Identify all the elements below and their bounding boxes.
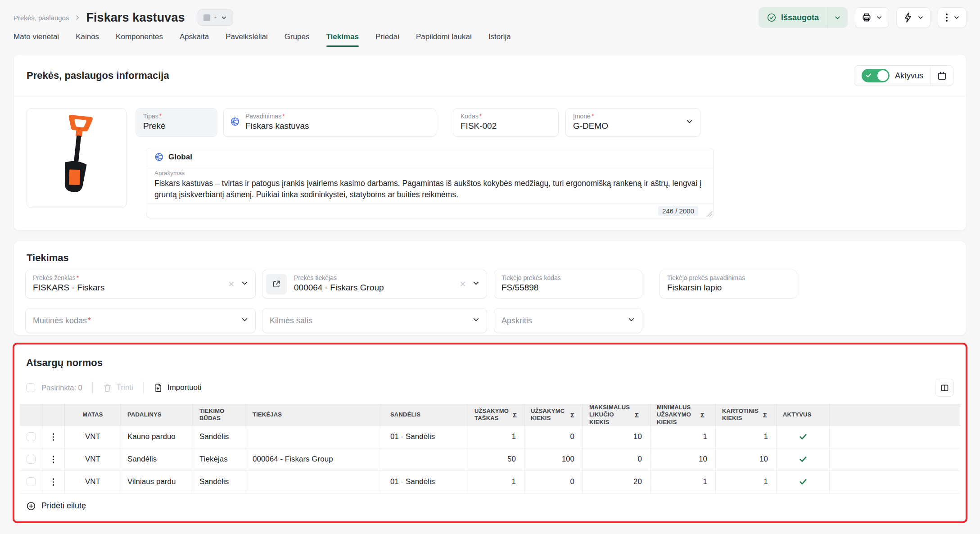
add-row-button[interactable]: Pridėti eilutę [26, 501, 966, 511]
origin-country-select[interactable]: Kilmės šalis [262, 308, 487, 333]
import-button[interactable]: Importuoti [154, 383, 202, 393]
table-row[interactable]: VNT Sandėlis Tiekėjas 000064 - Fiskars G… [20, 448, 960, 471]
supplier-name-field[interactable]: Tiekėjo prekės pavadinimas Fiskarsin lap… [659, 270, 797, 299]
col-kartotinis[interactable]: KARTOTINIS KIEKIS [722, 407, 759, 422]
col-tiekejas[interactable]: TIEKĖJAS [253, 411, 282, 418]
type-field[interactable]: Tipas* Prekė [135, 108, 217, 137]
supplier-field[interactable]: Prekės tiekėjas 000064 - Fiskars Group ✕ [262, 270, 487, 299]
code-field[interactable]: Kodas* FISK-002 [453, 108, 559, 137]
stock-norms-title: Atsargų normos [14, 344, 966, 369]
resize-grip-icon[interactable] [707, 211, 712, 217]
delete-button[interactable]: Trinti [103, 383, 133, 393]
select-all-checkbox[interactable] [26, 383, 35, 392]
cell-uzsakymo-taskas: 1 [512, 432, 516, 441]
table-row[interactable]: VNT Vilniaus pardu Sandėlis 01 - Sandėli… [20, 471, 960, 493]
tab-grupes[interactable]: Grupės [285, 32, 310, 47]
cell-maksimalus: 10 [633, 432, 642, 441]
sum-icon[interactable]: Σ [635, 411, 639, 419]
schedule-button[interactable] [930, 66, 953, 86]
supplier-code-field[interactable]: Tiekėjo prekės kodas FS/55898 [494, 270, 642, 299]
tab-tiekimas[interactable]: Tiekimas [326, 32, 359, 47]
cell-budas: Tiekėjas [199, 455, 228, 464]
more-actions-button[interactable] [938, 7, 966, 28]
product-image[interactable] [27, 108, 126, 208]
row-filler-cell [830, 448, 960, 471]
lightning-icon [903, 12, 913, 23]
cell-uzsakymo-kiekis: 0 [570, 477, 574, 486]
table-row[interactable]: VNT Kauno parduo Sandėlis 01 - Sandėlis … [20, 426, 960, 448]
col-minimalus-uzsakymo[interactable]: MINIMALUS UŽSAKYMO KIEKIS [657, 404, 696, 426]
row-checkbox[interactable] [27, 432, 36, 441]
col-uzsakymo-kiekis[interactable]: UŽSAKYMC KIEKIS [531, 407, 566, 422]
clear-icon[interactable]: ✕ [460, 280, 466, 289]
save-status-button[interactable]: Išsaugota [759, 7, 848, 28]
description-footer: 246 / 2000 [146, 203, 714, 218]
col-tiekimo-budas[interactable]: TIEKIMO BŪDAS [199, 407, 232, 422]
tab-priedai[interactable]: Priedai [375, 32, 399, 47]
tab-paveiksleliai[interactable]: Paveikslėliai [226, 32, 268, 47]
tab-apskaita[interactable]: Apskaita [180, 32, 209, 47]
row-menu-icon[interactable] [53, 433, 54, 441]
cell-budas: Sandėlis [199, 432, 229, 441]
header-actions: Išsaugota [759, 7, 966, 28]
translation-scope-row[interactable]: Global [146, 148, 714, 166]
tab-papildomi-laukai[interactable]: Papildomi laukai [416, 32, 472, 47]
quick-actions-button[interactable] [896, 7, 930, 28]
company-field[interactable]: Įmonė* G-DEMO [565, 108, 700, 137]
county-select[interactable]: Apskritis [494, 308, 642, 333]
cell-minimalus: 1 [703, 432, 707, 441]
cell-padalinys: Vilniaus pardu [127, 477, 176, 486]
row-checkbox[interactable] [27, 477, 36, 486]
cell-kartotinis: 1 [764, 477, 768, 486]
description-input[interactable]: Aprašymas Fiskars kastuvas – tvirtas ir … [146, 166, 714, 201]
col-matas[interactable]: MATAS [82, 411, 103, 418]
county-placeholder: Apskritis [501, 316, 532, 326]
kebab-menu-icon [944, 14, 949, 22]
name-label: Pavadinimas* [245, 113, 429, 120]
col-aktyvus[interactable]: AKTYVUS [783, 411, 812, 418]
active-toggle[interactable]: Aktyvus [854, 66, 930, 86]
col-uzsakymo-taskas[interactable]: UŽSAKYMO TAŠKAS [474, 407, 509, 422]
tab-istorija[interactable]: Istorija [488, 32, 511, 47]
variant-value: - [214, 14, 217, 22]
print-button[interactable] [855, 7, 889, 28]
sum-icon[interactable]: Σ [513, 411, 517, 419]
sum-icon[interactable]: Σ [700, 411, 705, 419]
sum-icon[interactable]: Σ [763, 411, 767, 419]
row-menu-icon[interactable] [53, 478, 54, 486]
check-icon [865, 72, 872, 79]
cell-kartotinis: 10 [759, 455, 768, 464]
tab-kainos[interactable]: Kainos [76, 32, 99, 47]
col-padalinys[interactable]: PADALINYS [127, 411, 162, 418]
char-counter: 246 / 2000 [658, 206, 698, 216]
delete-label: Trinti [117, 383, 133, 392]
chevron-down-icon [221, 14, 227, 21]
save-status-label: Išsaugota [781, 13, 819, 23]
supplier-code-label: Tiekėjo prekės kodas [501, 274, 635, 281]
chevron-down-icon [472, 316, 480, 324]
breadcrumb-root[interactable]: Prekės, paslaugos [14, 14, 69, 22]
col-maksimalus-likucio[interactable]: MAKSIMALUS LIKUČIO KIEKIS [589, 404, 631, 426]
toggle-on-icon[interactable] [862, 69, 890, 82]
open-supplier-button[interactable] [266, 274, 287, 294]
col-sandelis[interactable]: SANDĖLIS [390, 411, 420, 418]
cell-tiekejas: 000064 - Fiskars Group [253, 455, 333, 464]
supplier-label: Prekės tiekėjas [294, 274, 479, 281]
tab-mato-vienetai[interactable]: Mato vienetai [14, 32, 59, 47]
title-variant-dropdown[interactable]: - [198, 9, 233, 26]
brand-field[interactable]: Prekės ženklas* FISKARS - Fiskars ✕ [25, 270, 256, 299]
customs-code-placeholder: Muitinės kodas* [33, 316, 91, 326]
save-dropdown-caret[interactable] [827, 7, 848, 28]
name-field[interactable]: Pavadinimas* Fiskars kastuvas [223, 108, 436, 137]
row-checkbox[interactable] [27, 455, 36, 464]
customs-code-select[interactable]: Muitinės kodas* [25, 308, 256, 333]
cell-uzsakymo-taskas: 1 [512, 477, 516, 486]
printer-icon [861, 12, 872, 23]
tab-komponentes[interactable]: Komponentės [116, 32, 163, 47]
cell-padalinys: Kauno parduo [127, 432, 176, 441]
sum-icon[interactable]: Σ [570, 411, 574, 419]
clear-icon[interactable]: ✕ [228, 280, 235, 289]
row-filler-cell [830, 471, 960, 493]
row-menu-icon[interactable] [53, 456, 54, 463]
column-settings-button[interactable] [935, 379, 954, 397]
